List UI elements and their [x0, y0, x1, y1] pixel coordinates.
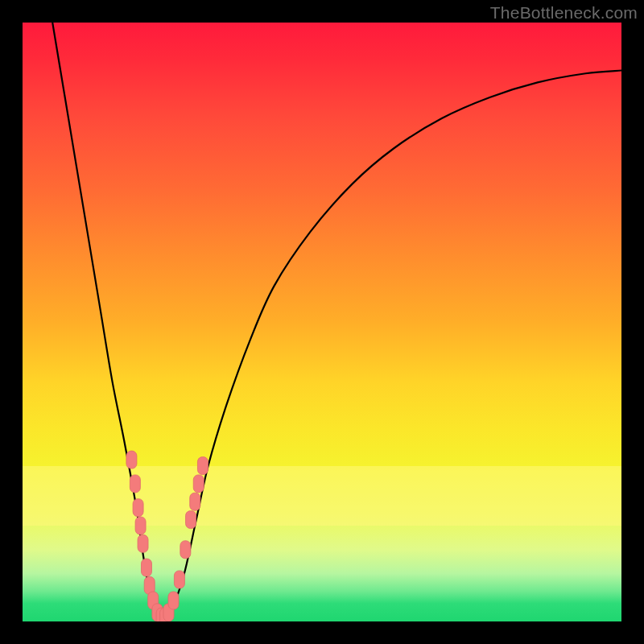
- marker-pill: [193, 475, 204, 493]
- marker-pill: [138, 535, 148, 552]
- marker-pill: [135, 517, 146, 535]
- marker-pill: [130, 475, 140, 493]
- marker-pill: [180, 541, 191, 559]
- marker-pill: [197, 457, 208, 475]
- marker-pill: [186, 511, 196, 529]
- watermark-text: TheBottleneck.com: [490, 3, 638, 23]
- chart-stage: TheBottleneck.com: [0, 0, 644, 644]
- plot-area: [23, 23, 621, 621]
- marker-pill: [168, 592, 179, 609]
- marker-pill: [174, 571, 184, 588]
- curve-layer: [23, 23, 621, 621]
- marker-pill: [142, 559, 152, 576]
- marker-pill: [190, 493, 200, 510]
- marker-pill: [126, 451, 137, 469]
- marker-group: [126, 451, 208, 621]
- marker-pill: [133, 499, 143, 517]
